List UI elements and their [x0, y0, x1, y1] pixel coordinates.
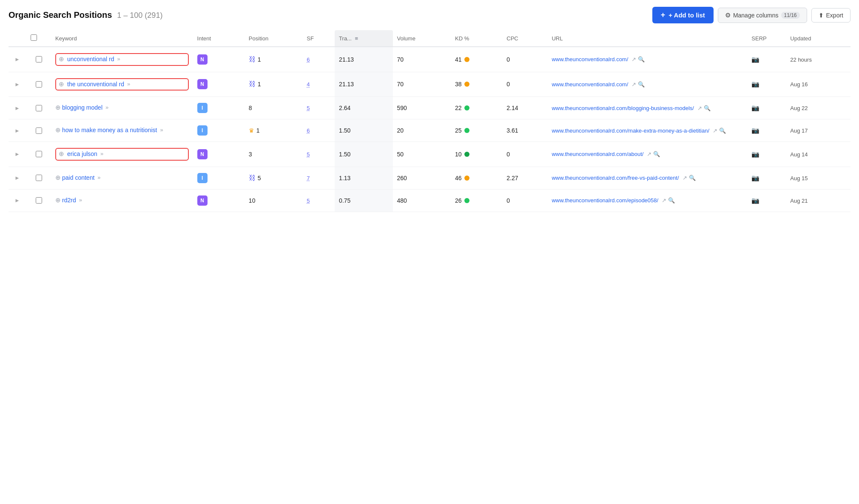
expand-button[interactable]: ► — [13, 55, 22, 63]
search-preview-icon[interactable]: 🔍 — [704, 105, 711, 111]
url-cell: www.theunconventionalrd.com/make-extra-m… — [552, 127, 743, 134]
add-to-list-button[interactable]: + + Add to list — [652, 7, 714, 23]
url-link[interactable]: www.theunconventionalrd.com/ — [552, 56, 628, 62]
search-preview-icon[interactable]: 🔍 — [668, 197, 675, 204]
row-checkbox[interactable] — [36, 81, 42, 88]
tra-filter-icon[interactable]: ≡ — [355, 35, 358, 42]
url-link[interactable]: www.theunconventionalrd.com/ — [552, 81, 628, 88]
external-link-icon[interactable]: ↗ — [713, 127, 717, 134]
external-link-icon[interactable]: ↗ — [647, 151, 651, 157]
keyword-col: ⊕ how to make money as a nutritionist » — [51, 119, 193, 142]
kd-value: 25 — [455, 127, 462, 134]
keyword-link[interactable]: rd2rd » — [62, 196, 82, 205]
expand-cell: ► — [9, 47, 26, 72]
kd-dot — [464, 105, 469, 110]
expand-button[interactable]: ► — [13, 80, 22, 88]
expand-button[interactable]: ► — [13, 196, 22, 204]
serp-icon[interactable]: 📷 — [751, 80, 759, 88]
sf-value[interactable]: 5 — [307, 198, 310, 204]
expand-button[interactable]: ► — [13, 150, 22, 158]
col-tra-header[interactable]: Tra... ≡ — [335, 30, 393, 47]
expand-button[interactable]: ► — [13, 127, 22, 135]
intent-col: I — [193, 167, 245, 189]
tra-col: 1.50 — [335, 119, 393, 142]
row-checkbox[interactable] — [36, 105, 42, 111]
keyword-link[interactable]: the unconventional rd » — [67, 80, 130, 89]
sf-value[interactable]: 5 — [307, 151, 310, 158]
keyword-link[interactable]: erica julson » — [67, 150, 103, 159]
sf-value[interactable]: 6 — [307, 127, 310, 134]
search-preview-icon[interactable]: 🔍 — [638, 81, 645, 88]
sf-value[interactable]: 6 — [307, 57, 310, 63]
select-all-checkbox[interactable] — [31, 34, 37, 41]
keyword-cell: ⊕ how to make money as a nutritionist » — [55, 126, 189, 135]
keyword-link[interactable]: how to make money as a nutritionist » — [62, 126, 163, 135]
row-checkbox[interactable] — [36, 127, 42, 134]
col-updated-header[interactable]: Updated — [786, 30, 850, 47]
col-volume-header[interactable]: Volume — [393, 30, 451, 47]
col-checkbox-header[interactable] — [26, 30, 51, 47]
export-button[interactable]: ⬆ Export — [811, 8, 850, 23]
updated-col: Aug 15 — [786, 167, 850, 189]
link-icon: ⛓ — [249, 80, 256, 88]
url-link[interactable]: www.theunconventionalrd.com/blogging-bus… — [552, 105, 694, 111]
sf-value[interactable]: 7 — [307, 175, 310, 181]
col-kd-header[interactable]: KD % — [451, 30, 502, 47]
updated-value: Aug 14 — [790, 151, 808, 158]
col-url-header[interactable]: URL — [547, 30, 747, 47]
expand-button[interactable]: ► — [13, 174, 22, 182]
col-intent-header[interactable]: Intent — [193, 30, 245, 47]
sf-col: 6 — [302, 47, 335, 72]
col-cpc-header[interactable]: CPC — [502, 30, 547, 47]
position-col: 8 — [245, 97, 302, 119]
external-link-icon[interactable]: ↗ — [662, 197, 666, 204]
expand-cell: ► — [9, 189, 26, 212]
add-circle-icon: ⊕ — [55, 196, 61, 204]
row-checkbox[interactable] — [36, 151, 42, 157]
search-preview-icon[interactable]: 🔍 — [653, 151, 660, 157]
col-sf-header[interactable]: SF — [302, 30, 335, 47]
sf-col: 5 — [302, 97, 335, 119]
url-link[interactable]: www.theunconventionalrd.com/about/ — [552, 151, 643, 157]
external-link-icon[interactable]: ↗ — [631, 81, 636, 88]
serp-icon[interactable]: 📷 — [751, 174, 759, 181]
keyword-link[interactable]: blogging model » — [62, 104, 108, 112]
sf-value[interactable]: 5 — [307, 105, 310, 111]
external-link-icon[interactable]: ↗ — [697, 105, 702, 111]
expand-button[interactable]: ► — [13, 104, 22, 112]
serp-col: 📷 — [747, 119, 786, 142]
col-keyword-header[interactable]: Keyword — [51, 30, 193, 47]
serp-icon[interactable]: 📷 — [751, 197, 759, 204]
kd-col: 41 — [451, 47, 502, 72]
manage-columns-button[interactable]: ⚙ Manage columns 11/16 — [718, 8, 807, 23]
url-link[interactable]: www.theunconventionalrd.com/episode058/ — [552, 197, 658, 204]
cpc-col: 0 — [502, 72, 547, 97]
external-link-icon[interactable]: ↗ — [683, 175, 687, 181]
intent-badge: N — [197, 195, 208, 206]
sf-value[interactable]: 4 — [307, 81, 310, 88]
search-preview-icon[interactable]: 🔍 — [689, 175, 696, 181]
serp-icon[interactable]: 📷 — [751, 56, 759, 63]
url-link[interactable]: www.theunconventionalrd.com/make-extra-m… — [552, 127, 709, 134]
row-checkbox[interactable] — [36, 56, 42, 62]
serp-icon[interactable]: 📷 — [751, 104, 759, 111]
row-checkbox[interactable] — [36, 197, 42, 204]
external-link-icon[interactable]: ↗ — [631, 56, 636, 62]
url-link[interactable]: www.theunconventionalrd.com/free-vs-paid… — [552, 175, 679, 181]
search-preview-icon[interactable]: 🔍 — [638, 56, 645, 62]
keyword-link[interactable]: unconventional rd » — [67, 55, 120, 64]
tra-col: 21.13 — [335, 47, 393, 72]
updated-col: Aug 17 — [786, 119, 850, 142]
search-preview-icon[interactable]: 🔍 — [719, 127, 726, 134]
col-position-header[interactable]: Position — [245, 30, 302, 47]
updated-value: 22 hours — [790, 57, 812, 63]
row-checkbox[interactable] — [36, 175, 42, 181]
serp-icon[interactable]: 📷 — [751, 150, 759, 158]
serp-icon[interactable]: 📷 — [751, 127, 759, 134]
kd-dot — [464, 82, 469, 87]
position-col: ⛓ 1 — [245, 47, 302, 72]
keyword-link[interactable]: paid content » — [62, 174, 101, 182]
url-cell: www.theunconventionalrd.com/about/ ↗ 🔍 — [552, 151, 743, 157]
col-serp-header[interactable]: SERP — [747, 30, 786, 47]
serp-col: 📷 — [747, 97, 786, 119]
